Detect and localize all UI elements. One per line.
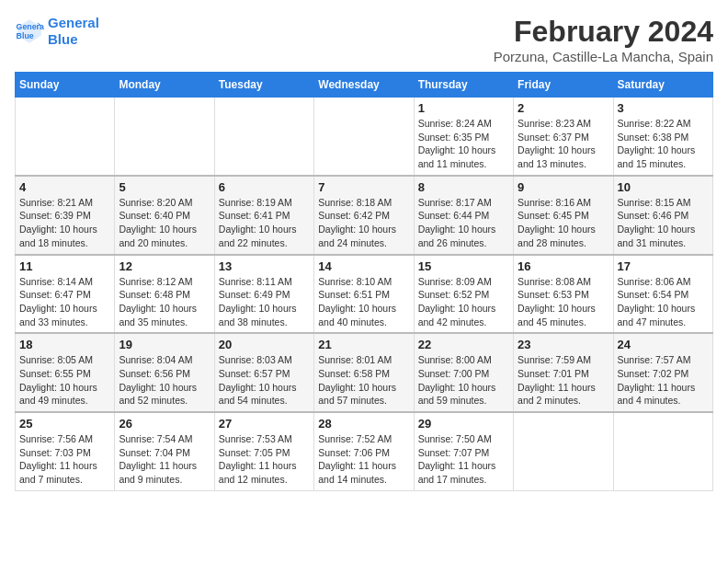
header-day-sunday: Sunday <box>16 73 115 98</box>
svg-text:Blue: Blue <box>17 31 34 40</box>
day-info: Sunrise: 8:12 AM Sunset: 6:48 PM Dayligh… <box>119 275 210 329</box>
day-number: 2 <box>518 101 609 115</box>
calendar-cell: 23Sunrise: 7:59 AM Sunset: 7:01 PM Dayli… <box>514 333 613 412</box>
day-number: 7 <box>318 180 409 194</box>
day-info: Sunrise: 8:18 AM Sunset: 6:42 PM Dayligh… <box>318 196 409 250</box>
day-number: 17 <box>618 259 709 273</box>
calendar-cell: 1Sunrise: 8:24 AM Sunset: 6:35 PM Daylig… <box>414 98 513 176</box>
calendar-cell: 17Sunrise: 8:06 AM Sunset: 6:54 PM Dayli… <box>613 255 712 334</box>
logo: General Blue General Blue <box>15 15 99 48</box>
day-info: Sunrise: 8:09 AM Sunset: 6:52 PM Dayligh… <box>418 275 509 329</box>
calendar-cell <box>514 412 613 490</box>
day-info: Sunrise: 8:20 AM Sunset: 6:40 PM Dayligh… <box>119 196 210 250</box>
calendar-cell: 5Sunrise: 8:20 AM Sunset: 6:40 PM Daylig… <box>115 176 214 255</box>
calendar-cell: 19Sunrise: 8:04 AM Sunset: 6:56 PM Dayli… <box>115 333 214 412</box>
day-number: 9 <box>518 180 609 194</box>
calendar-cell: 13Sunrise: 8:11 AM Sunset: 6:49 PM Dayli… <box>214 255 313 334</box>
day-info: Sunrise: 8:19 AM Sunset: 6:41 PM Dayligh… <box>219 196 310 250</box>
day-number: 24 <box>618 338 709 351</box>
calendar-cell: 16Sunrise: 8:08 AM Sunset: 6:53 PM Dayli… <box>514 255 613 334</box>
calendar-cell: 4Sunrise: 8:21 AM Sunset: 6:39 PM Daylig… <box>16 176 115 255</box>
day-info: Sunrise: 7:57 AM Sunset: 7:02 PM Dayligh… <box>618 353 709 408</box>
calendar-cell: 26Sunrise: 7:54 AM Sunset: 7:04 PM Dayli… <box>115 412 214 490</box>
header-day-wednesday: Wednesday <box>314 73 414 98</box>
day-number: 5 <box>119 180 210 194</box>
day-number: 1 <box>418 101 509 115</box>
calendar-week-3: 11Sunrise: 8:14 AM Sunset: 6:47 PM Dayli… <box>16 255 713 334</box>
day-number: 6 <box>219 180 310 194</box>
calendar-cell <box>115 98 214 176</box>
day-number: 4 <box>19 180 110 194</box>
day-info: Sunrise: 8:17 AM Sunset: 6:44 PM Dayligh… <box>418 196 509 250</box>
calendar-cell <box>613 412 712 490</box>
day-info: Sunrise: 8:22 AM Sunset: 6:38 PM Dayligh… <box>618 117 709 171</box>
calendar-cell: 14Sunrise: 8:10 AM Sunset: 6:51 PM Dayli… <box>314 255 414 334</box>
page-title: February 2024 <box>494 15 713 49</box>
day-info: Sunrise: 7:54 AM Sunset: 7:04 PM Dayligh… <box>119 432 210 487</box>
day-number: 13 <box>219 259 310 273</box>
day-number: 27 <box>219 417 310 431</box>
day-info: Sunrise: 8:01 AM Sunset: 6:58 PM Dayligh… <box>318 353 409 408</box>
calendar-cell: 27Sunrise: 7:53 AM Sunset: 7:05 PM Dayli… <box>214 412 313 490</box>
header-row: SundayMondayTuesdayWednesdayThursdayFrid… <box>16 73 713 98</box>
day-info: Sunrise: 8:00 AM Sunset: 7:00 PM Dayligh… <box>418 353 509 408</box>
calendar-cell: 11Sunrise: 8:14 AM Sunset: 6:47 PM Dayli… <box>16 255 115 334</box>
calendar-table: SundayMondayTuesdayWednesdayThursdayFrid… <box>15 72 713 491</box>
day-number: 11 <box>19 259 110 273</box>
calendar-week-5: 25Sunrise: 7:56 AM Sunset: 7:03 PM Dayli… <box>16 412 713 490</box>
day-info: Sunrise: 8:21 AM Sunset: 6:39 PM Dayligh… <box>19 196 110 250</box>
day-number: 22 <box>418 338 509 351</box>
day-number: 16 <box>518 259 609 273</box>
day-number: 25 <box>19 417 110 431</box>
day-number: 3 <box>618 101 709 115</box>
title-block: February 2024 Porzuna, Castille-La Manch… <box>494 15 713 64</box>
day-info: Sunrise: 8:16 AM Sunset: 6:45 PM Dayligh… <box>518 196 609 250</box>
day-info: Sunrise: 8:11 AM Sunset: 6:49 PM Dayligh… <box>219 275 310 329</box>
day-info: Sunrise: 7:59 AM Sunset: 7:01 PM Dayligh… <box>518 353 609 408</box>
calendar-cell: 12Sunrise: 8:12 AM Sunset: 6:48 PM Dayli… <box>115 255 214 334</box>
day-number: 15 <box>418 259 509 273</box>
day-number: 26 <box>119 417 210 431</box>
calendar-cell: 10Sunrise: 8:15 AM Sunset: 6:46 PM Dayli… <box>613 176 712 255</box>
day-number: 18 <box>19 338 110 351</box>
day-info: Sunrise: 8:23 AM Sunset: 6:37 PM Dayligh… <box>518 117 609 171</box>
day-info: Sunrise: 7:52 AM Sunset: 7:06 PM Dayligh… <box>318 432 409 487</box>
day-info: Sunrise: 8:03 AM Sunset: 6:57 PM Dayligh… <box>219 353 310 408</box>
calendar-cell: 18Sunrise: 8:05 AM Sunset: 6:55 PM Dayli… <box>16 333 115 412</box>
calendar-header: SundayMondayTuesdayWednesdayThursdayFrid… <box>16 73 713 98</box>
day-info: Sunrise: 7:53 AM Sunset: 7:05 PM Dayligh… <box>219 432 310 487</box>
calendar-cell: 2Sunrise: 8:23 AM Sunset: 6:37 PM Daylig… <box>514 98 613 176</box>
calendar-cell: 29Sunrise: 7:50 AM Sunset: 7:07 PM Dayli… <box>414 412 513 490</box>
day-info: Sunrise: 8:05 AM Sunset: 6:55 PM Dayligh… <box>19 353 110 408</box>
day-number: 20 <box>219 338 310 351</box>
calendar-cell: 25Sunrise: 7:56 AM Sunset: 7:03 PM Dayli… <box>16 412 115 490</box>
day-number: 29 <box>418 417 509 431</box>
header-day-friday: Friday <box>514 73 613 98</box>
day-info: Sunrise: 8:08 AM Sunset: 6:53 PM Dayligh… <box>518 275 609 329</box>
day-number: 23 <box>518 338 609 351</box>
calendar-week-4: 18Sunrise: 8:05 AM Sunset: 6:55 PM Dayli… <box>16 333 713 412</box>
calendar-body: 1Sunrise: 8:24 AM Sunset: 6:35 PM Daylig… <box>16 98 713 491</box>
header-day-saturday: Saturday <box>613 73 712 98</box>
calendar-week-1: 1Sunrise: 8:24 AM Sunset: 6:35 PM Daylig… <box>16 98 713 176</box>
header-day-monday: Monday <box>115 73 214 98</box>
day-number: 8 <box>418 180 509 194</box>
calendar-cell <box>16 98 115 176</box>
calendar-cell <box>314 98 414 176</box>
header-day-thursday: Thursday <box>414 73 513 98</box>
day-info: Sunrise: 8:14 AM Sunset: 6:47 PM Dayligh… <box>19 275 110 329</box>
day-number: 12 <box>119 259 210 273</box>
day-info: Sunrise: 8:06 AM Sunset: 6:54 PM Dayligh… <box>618 275 709 329</box>
logo-icon: General Blue <box>15 17 44 46</box>
logo-line1: General <box>48 15 99 31</box>
day-number: 14 <box>318 259 409 273</box>
day-number: 19 <box>119 338 210 351</box>
logo-line2: Blue <box>48 31 99 48</box>
svg-text:General: General <box>17 22 44 31</box>
day-info: Sunrise: 7:56 AM Sunset: 7:03 PM Dayligh… <box>19 432 110 487</box>
page-header: General Blue General Blue February 2024 … <box>15 15 713 64</box>
day-info: Sunrise: 7:50 AM Sunset: 7:07 PM Dayligh… <box>418 432 509 487</box>
page-subtitle: Porzuna, Castille-La Mancha, Spain <box>494 49 713 64</box>
calendar-cell: 6Sunrise: 8:19 AM Sunset: 6:41 PM Daylig… <box>214 176 313 255</box>
calendar-cell: 22Sunrise: 8:00 AM Sunset: 7:00 PM Dayli… <box>414 333 513 412</box>
